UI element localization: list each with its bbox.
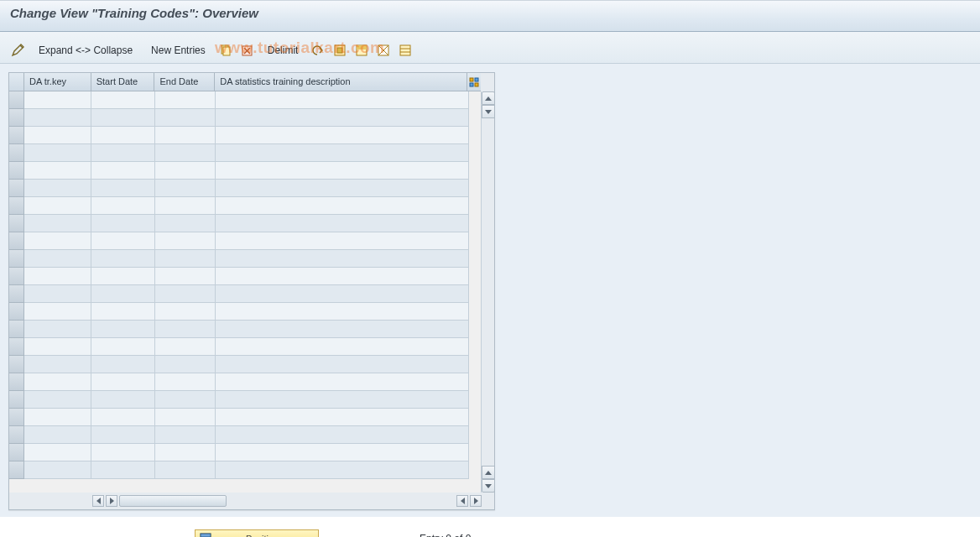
row-selector[interactable] <box>9 444 24 461</box>
column-header-da-tr-key[interactable]: DA tr.key <box>24 73 91 91</box>
cell-col3[interactable] <box>155 303 216 321</box>
cell-col2[interactable] <box>91 250 155 268</box>
row-selector[interactable] <box>9 250 24 268</box>
row-selector[interactable] <box>9 109 24 127</box>
cell-col1[interactable] <box>24 338 91 356</box>
cell-col2[interactable] <box>91 303 155 321</box>
scroll-up-button[interactable] <box>482 91 495 105</box>
cell-col1[interactable] <box>24 321 91 338</box>
vertical-scrollbar[interactable] <box>481 91 494 493</box>
row-selector[interactable] <box>9 215 24 232</box>
cell-col4[interactable] <box>216 109 469 127</box>
cell-col1[interactable] <box>24 162 91 180</box>
cell-col2[interactable] <box>91 268 155 285</box>
cell-col2[interactable] <box>91 321 155 338</box>
cell-col3[interactable] <box>155 109 216 127</box>
row-selector[interactable] <box>9 268 24 285</box>
scroll-down-button[interactable] <box>482 479 495 493</box>
configuration-icon[interactable] <box>397 42 414 59</box>
cell-col4[interactable] <box>216 356 469 373</box>
cell-col2[interactable] <box>91 356 155 373</box>
cell-col3[interactable] <box>155 268 216 285</box>
cell-col3[interactable] <box>155 144 216 162</box>
cell-col3[interactable] <box>155 162 216 180</box>
cell-col4[interactable] <box>216 268 469 285</box>
scroll-right-step-button[interactable] <box>106 495 117 507</box>
cell-col3[interactable] <box>155 356 216 373</box>
undo-icon[interactable] <box>310 42 326 59</box>
cell-col2[interactable] <box>91 127 155 144</box>
cell-col4[interactable] <box>216 303 469 321</box>
select-block-icon[interactable] <box>353 42 370 59</box>
expand-collapse-button[interactable]: Expand <-> Collapse <box>32 43 139 58</box>
cell-col1[interactable] <box>24 426 91 444</box>
scroll-track[interactable] <box>482 118 494 466</box>
scroll-left-step-button[interactable] <box>456 495 468 507</box>
row-selector[interactable] <box>9 144 24 162</box>
cell-col2[interactable] <box>91 426 155 444</box>
row-selector[interactable] <box>9 409 24 426</box>
row-selector[interactable] <box>9 356 24 373</box>
row-selector[interactable] <box>9 232 24 250</box>
cell-col1[interactable] <box>24 409 91 426</box>
cell-col3[interactable] <box>155 127 216 144</box>
cell-col3[interactable] <box>155 426 216 444</box>
cell-col1[interactable] <box>24 232 91 250</box>
cell-col1[interactable] <box>24 215 91 232</box>
column-header-description[interactable]: DA statistics training description <box>215 73 467 91</box>
row-selector[interactable] <box>9 162 24 180</box>
cell-col1[interactable] <box>24 127 91 144</box>
copy-as-icon[interactable] <box>217 42 234 59</box>
hscroll-track[interactable] <box>227 495 456 507</box>
cell-col2[interactable] <box>91 338 155 356</box>
cell-col4[interactable] <box>216 232 469 250</box>
cell-col1[interactable] <box>24 180 91 197</box>
scroll-left-button[interactable] <box>92 495 104 507</box>
cell-col3[interactable] <box>155 338 216 356</box>
cell-col4[interactable] <box>216 285 469 303</box>
cell-col3[interactable] <box>155 373 216 391</box>
scroll-down-step-button[interactable] <box>482 105 495 118</box>
cell-col4[interactable] <box>216 373 469 391</box>
table-settings-icon[interactable] <box>467 73 481 91</box>
cell-col3[interactable] <box>155 285 216 303</box>
cell-col4[interactable] <box>216 321 469 338</box>
select-all-handle[interactable] <box>9 73 24 91</box>
cell-col2[interactable] <box>91 232 155 250</box>
cell-col1[interactable] <box>24 144 91 162</box>
row-selector[interactable] <box>9 285 24 303</box>
delimit-button[interactable]: Delimit <box>261 43 305 58</box>
cell-col2[interactable] <box>91 109 155 127</box>
cell-col4[interactable] <box>216 409 469 426</box>
cell-col1[interactable] <box>24 268 91 285</box>
cell-col4[interactable] <box>216 91 469 109</box>
cell-col2[interactable] <box>91 215 155 232</box>
cell-col3[interactable] <box>155 197 216 215</box>
horizontal-scrollbar[interactable] <box>9 493 494 509</box>
cell-col4[interactable] <box>216 426 469 444</box>
cell-col3[interactable] <box>155 321 216 338</box>
cell-col4[interactable] <box>216 162 469 180</box>
new-entries-button[interactable]: New Entries <box>144 43 212 58</box>
cell-col4[interactable] <box>216 444 469 461</box>
cell-col1[interactable] <box>24 109 91 127</box>
select-all-icon[interactable] <box>331 42 348 59</box>
row-selector[interactable] <box>9 180 24 197</box>
cell-col1[interactable] <box>24 391 91 409</box>
cell-col2[interactable] <box>91 285 155 303</box>
cell-col3[interactable] <box>155 232 216 250</box>
cell-col1[interactable] <box>24 91 91 109</box>
cell-col3[interactable] <box>155 391 216 409</box>
row-selector[interactable] <box>9 321 24 338</box>
cell-col1[interactable] <box>24 356 91 373</box>
cell-col4[interactable] <box>216 391 469 409</box>
cell-col4[interactable] <box>216 127 469 144</box>
cell-col1[interactable] <box>24 250 91 268</box>
row-selector[interactable] <box>9 461 24 479</box>
cell-col2[interactable] <box>91 197 155 215</box>
cell-col2[interactable] <box>91 461 155 479</box>
cell-col1[interactable] <box>24 285 91 303</box>
cell-col1[interactable] <box>24 444 91 461</box>
position-button[interactable]: Position... <box>195 529 319 537</box>
cell-col3[interactable] <box>155 444 216 461</box>
